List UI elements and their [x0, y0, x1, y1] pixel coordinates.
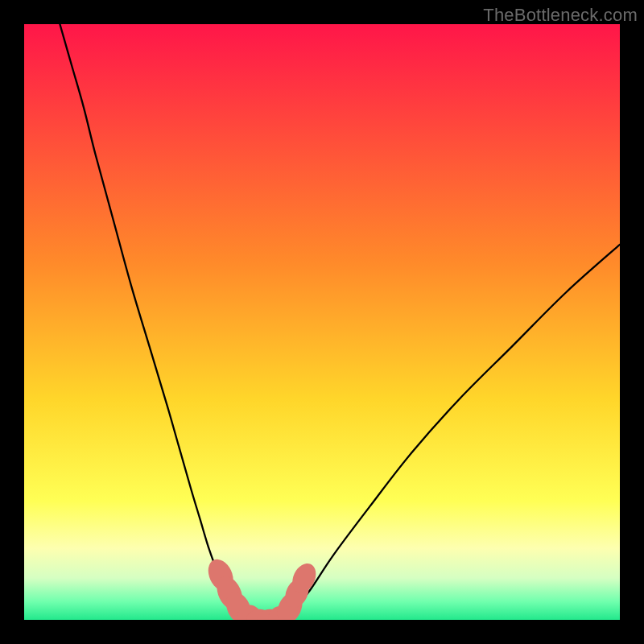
outer-frame: TheBottleneck.com: [0, 0, 644, 644]
chart-svg: [24, 24, 620, 620]
chart-background: [24, 24, 620, 620]
watermark-text: TheBottleneck.com: [483, 5, 638, 26]
plot-area: [24, 24, 620, 620]
